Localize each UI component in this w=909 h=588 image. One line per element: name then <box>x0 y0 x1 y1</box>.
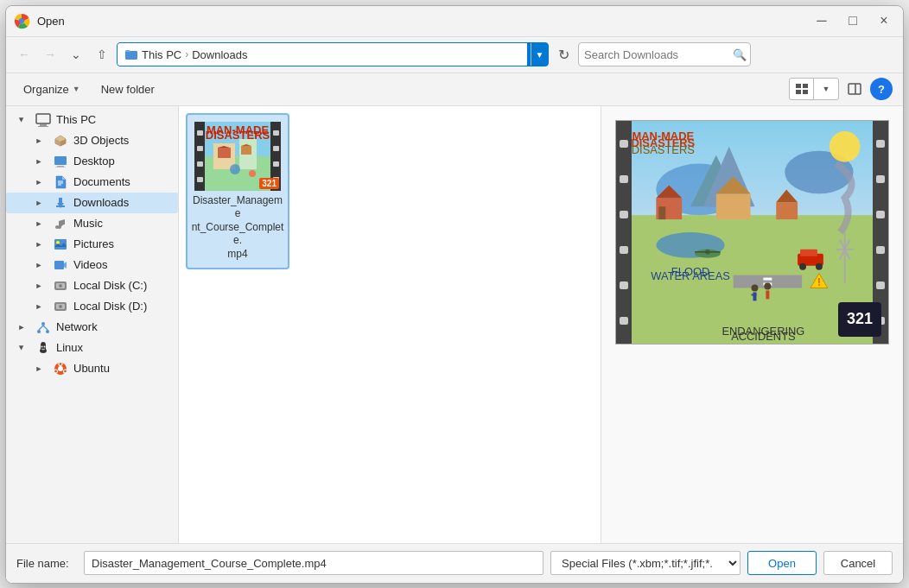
desktop-icon <box>53 154 68 169</box>
svg-rect-17 <box>57 166 64 168</box>
file-thumbnail: MAN-MADE DISASTERS 321 <box>194 122 281 191</box>
sidebar-label-pictures: Pictures <box>73 237 114 250</box>
network-icon <box>35 319 51 335</box>
sidebar-item-3d-objects[interactable]: ► 3D Objects <box>6 130 178 151</box>
refresh-button[interactable]: ↻ <box>552 43 575 66</box>
search-input[interactable] <box>584 48 729 61</box>
view-dropdown-button[interactable]: ▼ <box>814 78 838 100</box>
view-options-button[interactable] <box>790 78 814 100</box>
svg-rect-9 <box>36 114 50 123</box>
preview-holes-left <box>616 121 632 344</box>
file-grid: MAN-MADE DISASTERS 321 Disaster_Manageme… <box>186 113 594 270</box>
sidebar-item-documents[interactable]: ► Documents <box>6 172 178 193</box>
svg-point-49 <box>54 370 58 373</box>
svg-rect-2 <box>125 51 137 60</box>
svg-text:!: ! <box>817 275 821 288</box>
breadcrumb-item-thispc: This PC <box>142 48 181 61</box>
sidebar-item-music[interactable]: ► Music <box>6 213 178 234</box>
forward-button[interactable]: → <box>39 43 61 66</box>
pictures-icon <box>53 237 68 252</box>
sidebar-item-network[interactable]: ► Network <box>6 317 178 338</box>
svg-rect-10 <box>40 124 47 126</box>
sidebar-label-documents: Documents <box>73 175 130 188</box>
open-button[interactable]: Open <box>747 551 817 575</box>
svg-rect-6 <box>803 90 808 94</box>
svg-rect-71 <box>658 206 665 219</box>
help-button[interactable]: ? <box>870 78 893 100</box>
open-dialog: Open ─ □ × ← → ⌄ ⇧ This PC › Downloads ▼… <box>5 5 904 584</box>
minimize-button[interactable]: ─ <box>810 9 834 33</box>
svg-line-42 <box>43 326 48 330</box>
sidebar-item-videos[interactable]: ► Videos <box>6 255 178 275</box>
svg-point-47 <box>59 362 62 365</box>
3d-objects-expander: ► <box>30 136 48 145</box>
new-folder-button[interactable]: New folder <box>94 78 162 100</box>
preview-content: ! MAN-MADE DISASTERS DISASTERS <box>632 121 873 344</box>
svg-rect-28 <box>54 261 64 269</box>
maximize-button[interactable]: □ <box>841 9 865 33</box>
documents-icon <box>53 174 68 190</box>
filename-input[interactable] <box>84 551 543 575</box>
breadcrumb-separator: › <box>185 48 188 60</box>
sidebar-item-linux[interactable]: ► Linux <box>6 338 178 358</box>
breadcrumb-dropdown-button[interactable]: ▼ <box>531 43 548 66</box>
sidebar-item-downloads[interactable]: ► Downloads <box>6 193 178 213</box>
preview-image: ! MAN-MADE DISASTERS DISASTERS <box>615 120 889 345</box>
up-button[interactable]: ⇧ <box>91 43 113 66</box>
chrome-icon <box>13 12 30 29</box>
downloads-icon <box>53 195 68 211</box>
sidebar-item-this-pc[interactable]: ► This PC <box>6 110 178 130</box>
close-button[interactable]: × <box>872 9 896 33</box>
action-bar: Organize ▼ New folder ▼ <box>6 73 903 106</box>
local-d-icon <box>53 299 68 314</box>
sidebar-item-desktop[interactable]: ► Desktop <box>6 151 178 172</box>
svg-text:DISASTERS: DISASTERS <box>206 129 270 142</box>
svg-point-39 <box>37 330 41 333</box>
file-area[interactable]: MAN-MADE DISASTERS 321 Disaster_Manageme… <box>179 106 601 543</box>
svg-rect-86 <box>763 277 772 280</box>
svg-rect-4 <box>803 84 808 88</box>
sidebar-item-pictures[interactable]: ► Pictures <box>6 234 178 255</box>
title-bar: Open ─ □ × <box>6 6 903 37</box>
new-folder-label: New folder <box>101 83 155 96</box>
local-c-icon <box>53 278 68 294</box>
breadcrumb[interactable]: This PC › Downloads ▼ <box>117 42 549 66</box>
svg-point-44 <box>44 345 46 347</box>
svg-rect-24 <box>59 198 62 203</box>
file-item-disaster-mp4[interactable]: MAN-MADE DISASTERS 321 Disaster_Manageme… <box>186 113 289 270</box>
3d-objects-icon <box>53 133 68 149</box>
sidebar-item-ubuntu[interactable]: ► Ubuntu <box>6 358 178 379</box>
this-pc-icon <box>35 112 51 128</box>
cancel-button[interactable]: Cancel <box>823 551 893 575</box>
svg-rect-54 <box>218 148 231 158</box>
music-expander: ► <box>30 219 48 228</box>
svg-rect-16 <box>54 156 67 165</box>
preview-film-strip: ! MAN-MADE DISASTERS DISASTERS <box>616 121 888 344</box>
svg-marker-29 <box>64 262 67 269</box>
search-box: 🔍 <box>578 42 751 66</box>
search-icon: 🔍 <box>733 48 747 61</box>
sidebar-label-this-pc: This PC <box>56 113 96 126</box>
back-button[interactable]: ← <box>13 43 35 66</box>
svg-point-43 <box>41 345 43 347</box>
network-expander: ► <box>13 323 30 332</box>
sidebar-item-local-c[interactable]: ► Local Disk (C:) <box>6 275 178 296</box>
music-icon <box>53 216 68 231</box>
filetype-select[interactable]: Special Files (*.xbm;*.tif;*.jfif;*. <box>550 551 741 575</box>
breadcrumb-item-downloads: Downloads <box>192 48 247 61</box>
svg-rect-18 <box>55 167 66 168</box>
sidebar-item-local-d[interactable]: ► Local Disk (D:) <box>6 296 178 317</box>
action-bar-right: ▼ ? <box>789 78 893 100</box>
navigation-toolbar: ← → ⌄ ⇧ This PC › Downloads ▼ ↻ 🔍 <box>6 37 903 73</box>
svg-point-67 <box>830 130 861 161</box>
main-area: ► This PC ► 3D Objects ► Deskto <box>6 106 903 543</box>
organize-button[interactable]: Organize ▼ <box>16 78 87 100</box>
dialog-title: Open <box>37 15 803 28</box>
preview-pane-button[interactable] <box>842 78 867 100</box>
svg-point-40 <box>46 330 49 333</box>
pictures-expander: ► <box>30 240 48 249</box>
svg-text:DISASTERS: DISASTERS <box>632 142 695 155</box>
recent-locations-button[interactable]: ⌄ <box>65 43 87 66</box>
linux-expander: ► <box>17 339 26 357</box>
svg-point-58 <box>230 164 240 174</box>
